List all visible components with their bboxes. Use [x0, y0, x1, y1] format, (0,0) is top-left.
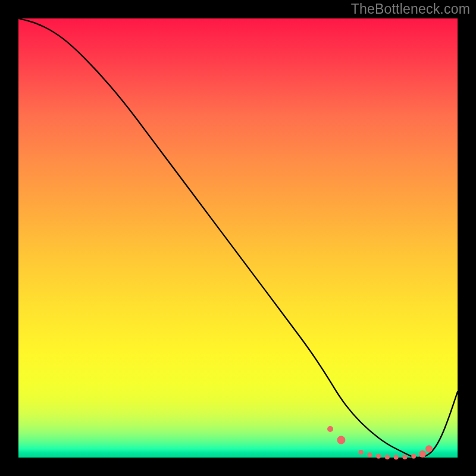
- flat-region-markers: [327, 426, 433, 460]
- bottleneck-curve: [18, 18, 458, 458]
- highlight-dot: [376, 454, 381, 459]
- watermark-text: TheBottleneck.com: [351, 1, 470, 17]
- chart-frame: TheBottleneck.com: [0, 0, 476, 476]
- highlight-dot: [411, 454, 416, 459]
- highlight-dot: [367, 453, 372, 458]
- highlight-dot: [385, 455, 390, 459]
- highlight-dot: [394, 455, 399, 460]
- plot-area: [18, 18, 458, 458]
- highlight-dot: [359, 450, 364, 455]
- highlight-dot: [337, 436, 345, 444]
- highlight-dot: [419, 450, 426, 458]
- curve-svg: [18, 18, 458, 458]
- highlight-dot: [327, 426, 333, 432]
- highlight-dot: [425, 445, 433, 452]
- highlight-dot: [402, 455, 407, 459]
